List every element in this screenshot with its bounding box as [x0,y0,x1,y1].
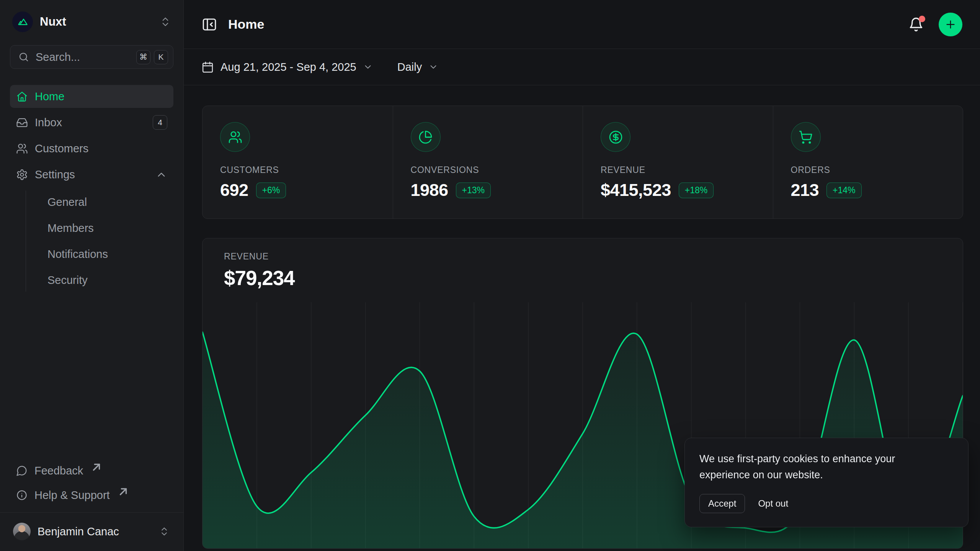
stat-conversions[interactable]: CONVERSIONS 1986 +13% [393,106,583,218]
chevron-up-icon [155,169,167,181]
notifications-button[interactable] [908,16,924,33]
nuxt-logo-icon [12,11,33,32]
stat-value: 692 [220,180,248,200]
stat-delta-badge: +13% [456,183,491,198]
chevron-down-icon [428,62,438,72]
user-menu[interactable]: Benjamin Canac [10,521,173,540]
settings-children: General Members Notifications Security [26,191,173,292]
chevrons-up-down-icon [160,16,171,28]
sidebar-subitem-label: Members [47,222,94,235]
chevrons-up-down-icon [159,526,170,537]
workspace-name: Nuxt [40,15,66,29]
page-header: Home [184,0,980,49]
add-button[interactable] [939,13,962,36]
feedback-label: Feedback [34,465,83,477]
date-range-picker[interactable]: Aug 21, 2025 - Sep 4, 2025 [201,61,373,73]
stat-label: CUSTOMERS [220,165,375,175]
info-circle-icon [16,489,28,501]
stat-value: 1986 [411,180,448,200]
kbd-cmd: ⌘ [136,50,150,64]
inbox-icon [16,117,28,129]
sidebar-footer: Feedback Help & Support [10,460,173,506]
sidebar-nav: Home Inbox 4 Customers Settings General [10,85,173,292]
gear-icon [16,169,28,181]
collapse-sidebar-button[interactable] [201,16,217,33]
search-input[interactable]: Search... ⌘ K [10,45,173,69]
sidebar: Nuxt Search... ⌘ K Home Inbox 4 [0,0,184,551]
revenue-chart-label: REVENUE [224,251,941,262]
date-range-value: Aug 21, 2025 - Sep 4, 2025 [220,61,356,73]
stat-label: REVENUE [601,165,755,175]
filter-toolbar: Aug 21, 2025 - Sep 4, 2025 Daily [184,49,980,85]
inbox-count-badge: 4 [153,115,167,130]
granularity-select[interactable]: Daily [397,61,438,73]
users-icon [220,122,250,152]
search-shortcut: ⌘ K [136,50,168,64]
search-placeholder: Search... [36,51,130,64]
external-link-icon [91,461,102,473]
external-link-icon [118,486,129,497]
stat-delta-badge: +14% [826,183,861,198]
sidebar-item-label: Home [35,90,64,103]
sidebar-item-notifications[interactable]: Notifications [41,243,173,266]
stat-orders[interactable]: ORDERS 213 +14% [773,106,963,218]
opt-out-button[interactable]: Opt out [756,494,790,513]
sidebar-item-general[interactable]: General [41,191,173,214]
stat-label: CONVERSIONS [411,165,565,175]
help-support-label: Help & Support [34,489,110,502]
stat-value: 213 [791,180,819,200]
user-avatar [13,523,31,540]
chevron-down-icon [363,62,373,72]
pie-chart-icon [411,122,441,152]
stat-value: $415,523 [601,180,671,200]
workspace-selector[interactable]: Nuxt [10,10,173,34]
stat-revenue[interactable]: REVENUE $415,523 +18% [583,106,773,218]
search-icon [18,51,29,63]
sidebar-subitem-label: Security [47,274,88,287]
sidebar-divider [0,512,183,513]
sidebar-item-settings[interactable]: Settings [10,163,173,186]
calendar-icon [201,61,214,73]
stat-customers[interactable]: CUSTOMERS 692 +6% [203,106,393,218]
revenue-chart-total: $79,234 [224,266,941,290]
panel-left-close-icon [201,16,217,33]
accept-cookies-button[interactable]: Accept [699,494,745,513]
notification-dot [919,16,925,22]
sidebar-item-customers[interactable]: Customers [10,137,173,160]
user-name: Benjamin Canac [38,525,119,538]
cookie-message: We use first-party cookies to enhance yo… [699,451,932,483]
page-title: Home [228,17,264,32]
cookie-banner: We use first-party cookies to enhance yo… [684,438,969,527]
stats-panel: CUSTOMERS 692 +6% CONVERSIONS 1986 +13% [202,106,963,219]
feedback-link[interactable]: Feedback [10,460,173,482]
kbd-k: K [154,50,168,64]
plus-icon [944,18,957,31]
sidebar-item-home[interactable]: Home [10,85,173,108]
sidebar-subitem-label: General [47,196,87,209]
shopping-cart-icon [791,122,821,152]
sidebar-item-security[interactable]: Security [41,269,173,292]
help-support-link[interactable]: Help & Support [10,484,173,506]
home-icon [16,91,28,103]
dollar-circle-icon [601,122,630,152]
sidebar-item-label: Settings [35,168,75,181]
users-icon [16,143,28,155]
message-circle-icon [16,465,28,476]
sidebar-item-label: Customers [35,142,88,155]
sidebar-subitem-label: Notifications [47,248,108,261]
stat-delta-badge: +6% [256,183,286,198]
granularity-value: Daily [397,61,422,73]
sidebar-item-label: Inbox [35,116,62,129]
stat-delta-badge: +18% [679,183,714,198]
sidebar-item-members[interactable]: Members [41,217,173,240]
sidebar-item-inbox[interactable]: Inbox 4 [10,111,173,134]
stat-label: ORDERS [791,165,946,175]
